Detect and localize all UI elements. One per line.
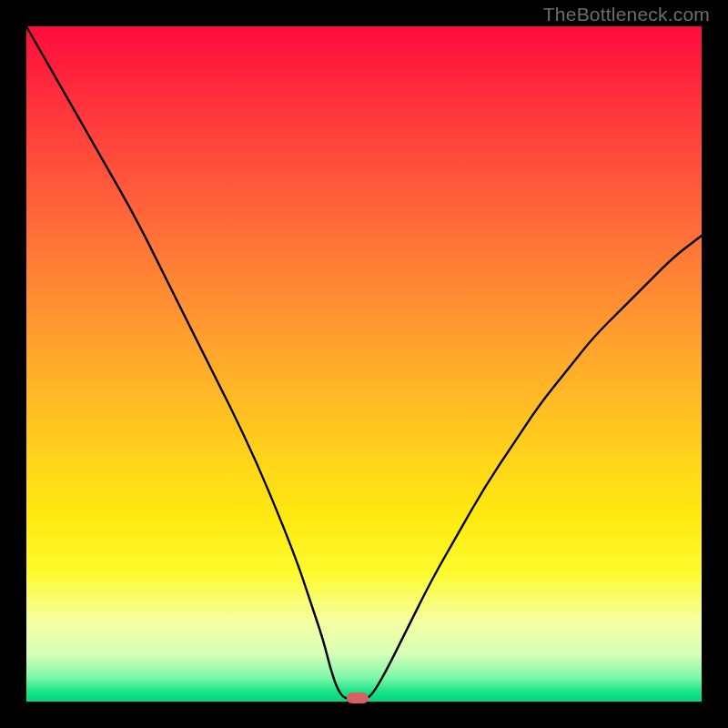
watermark-text: TheBottleneck.com	[543, 4, 710, 25]
curve-path	[26, 26, 702, 698]
bottleneck-curve	[26, 26, 702, 702]
chart-frame: TheBottleneck.com	[0, 0, 728, 728]
minimum-marker	[347, 693, 369, 703]
plot-area	[26, 26, 702, 702]
